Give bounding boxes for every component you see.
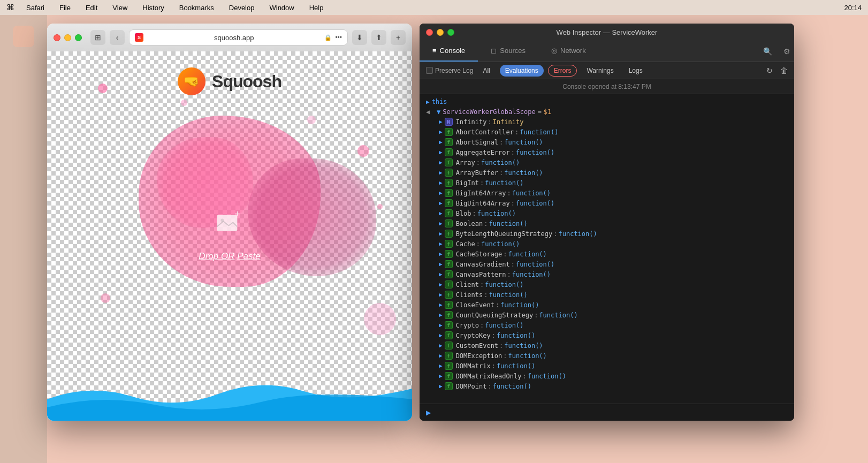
- minimize-button[interactable]: [64, 34, 71, 41]
- prop-array[interactable]: ▶ f Array : function(): [420, 157, 794, 168]
- sidebar-toggle-button[interactable]: ⊞: [90, 30, 105, 45]
- menu-history[interactable]: History: [139, 3, 167, 13]
- back-button[interactable]: ‹: [110, 30, 125, 45]
- maximize-button[interactable]: [75, 34, 82, 41]
- prop-expand-arrow-25[interactable]: ▶: [439, 373, 443, 379]
- prop-expand-arrow-18[interactable]: ▶: [439, 301, 443, 308]
- inspector-close-button[interactable]: [426, 29, 433, 36]
- prop-expand-arrow-10[interactable]: ▶: [439, 220, 443, 227]
- prop-boolean[interactable]: ▶ f Boolean : function(): [420, 218, 794, 229]
- prop-expand-arrow-14[interactable]: ▶: [439, 261, 443, 268]
- menubar: ⌘ Safari File Edit View History Bookmark…: [0, 0, 868, 15]
- prop-expand-arrow-9[interactable]: ▶: [439, 210, 443, 217]
- prop-cachestorage[interactable]: ▶ f CacheStorage : function(): [420, 249, 794, 259]
- inspector-zoom-button[interactable]: [447, 29, 454, 36]
- prop-crypto[interactable]: ▶ f Crypto : function(): [420, 320, 794, 330]
- prop-bigint64array[interactable]: ▶ f BigInt64Array : function(): [420, 188, 794, 198]
- prop-cache[interactable]: ▶ f Cache : function(): [420, 239, 794, 249]
- menu-safari[interactable]: Safari: [23, 3, 48, 13]
- prop-bigint[interactable]: ▶ f BigInt : function(): [420, 178, 794, 188]
- prop-dommatrix[interactable]: ▶ f DOMMatrix : function(): [420, 361, 794, 371]
- settings-button[interactable]: ⚙: [779, 44, 794, 59]
- inspector-minimize-button[interactable]: [437, 29, 444, 36]
- prop-expand-arrow-6[interactable]: ▶: [439, 179, 443, 186]
- filter-warnings-button[interactable]: Warnings: [581, 65, 619, 77]
- console-input-row[interactable]: ▶: [420, 404, 794, 421]
- sw-global-scope-row[interactable]: ◀ ▼ ServiceWorkerGlobalScope = $1: [420, 107, 794, 117]
- prop-expand-arrow-13[interactable]: ▶: [439, 251, 443, 257]
- prop-cryptokey[interactable]: ▶ f CryptoKey : function(): [420, 330, 794, 340]
- prop-aggregateerror[interactable]: ▶ f AggregateError : function(): [420, 147, 794, 157]
- console-input[interactable]: [435, 409, 788, 416]
- prop-expand-arrow-4[interactable]: ▶: [439, 159, 443, 166]
- prop-dommatrixreadonly[interactable]: ▶ f DOMMatrixReadOnly : function(): [420, 371, 794, 381]
- menu-view[interactable]: View: [109, 3, 131, 13]
- prop-abortcontroller[interactable]: ▶ f AbortController : function(): [420, 127, 794, 137]
- prop-expand-arrow-26[interactable]: ▶: [439, 383, 443, 390]
- menu-develop[interactable]: Develop: [226, 3, 258, 13]
- paste-link[interactable]: Paste: [237, 251, 260, 261]
- prop-expand-arrow-7[interactable]: ▶: [439, 189, 443, 196]
- apple-menu[interactable]: ⌘: [6, 3, 14, 12]
- prop-client[interactable]: ▶ f Client : function(): [420, 279, 794, 290]
- prop-dompoint[interactable]: ▶ f DOMPoint : function(): [420, 381, 794, 391]
- preserve-log-toggle[interactable]: Preserve Log: [426, 67, 473, 74]
- prop-abortsignal[interactable]: ▶ f AbortSignal : function(): [420, 137, 794, 147]
- clear-button[interactable]: 🗑: [780, 66, 788, 75]
- prop-expand-arrow-1[interactable]: ▶: [439, 128, 443, 135]
- menu-window[interactable]: Window: [266, 3, 297, 13]
- filter-all-button[interactable]: All: [477, 65, 495, 77]
- prop-infinity[interactable]: ▶ N Infinity : Infinity: [420, 117, 794, 127]
- prop-expand-arrow-19[interactable]: ▶: [439, 312, 443, 318]
- prop-expand-arrow-3[interactable]: ▶: [439, 149, 443, 156]
- download-button[interactable]: ⬇: [352, 30, 367, 45]
- prop-expand-arrow-12[interactable]: ▶: [439, 240, 443, 247]
- prop-canvaspattern[interactable]: ▶ f CanvasPattern : function(): [420, 269, 794, 279]
- prop-domexception[interactable]: ▶ f DOMException : function(): [420, 351, 794, 361]
- prop-clients[interactable]: ▶ f Clients : function(): [420, 290, 794, 300]
- tab-network[interactable]: ◎ Network: [538, 41, 599, 62]
- prop-expand-arrow-23[interactable]: ▶: [439, 352, 443, 359]
- address-bar[interactable]: S squoosh.app 🔒 •••: [129, 29, 348, 45]
- share-button[interactable]: ⬆: [371, 30, 386, 45]
- prop-expand-arrow-11[interactable]: ▶: [439, 230, 443, 237]
- prop-expand-arrow-17[interactable]: ▶: [439, 291, 443, 298]
- dock-item-1[interactable]: [13, 26, 34, 47]
- prop-customevent[interactable]: ▶ f CustomEvent : function(): [420, 340, 794, 351]
- prop-expand-arrow-24[interactable]: ▶: [439, 362, 443, 369]
- menu-bookmarks[interactable]: Bookmarks: [176, 3, 217, 13]
- prop-expand-arrow-5[interactable]: ▶: [439, 169, 443, 176]
- filter-errors-button[interactable]: Errors: [548, 65, 577, 77]
- filter-logs-button[interactable]: Logs: [623, 65, 648, 77]
- prop-expand-arrow-22[interactable]: ▶: [439, 342, 443, 349]
- filter-evaluations-button[interactable]: Evaluations: [500, 65, 544, 77]
- new-tab-button[interactable]: +: [391, 30, 406, 45]
- prop-expand-arrow-15[interactable]: ▶: [439, 271, 443, 278]
- preserve-log-checkbox[interactable]: [426, 67, 433, 74]
- prop-countqueuing[interactable]: ▶ f CountQueuingStrategy : function(): [420, 310, 794, 320]
- prop-blob[interactable]: ▶ f Blob : function(): [420, 208, 794, 218]
- prop-biguint64array[interactable]: ▶ f BigUint64Array : function(): [420, 198, 794, 208]
- sw-expand-arrow[interactable]: ▼: [437, 108, 440, 116]
- prop-expand-arrow-2[interactable]: ▶: [439, 139, 443, 146]
- menu-dots-icon[interactable]: •••: [335, 34, 342, 41]
- prop-closeevent[interactable]: ▶ f CloseEvent : function(): [420, 300, 794, 310]
- menu-file[interactable]: File: [56, 3, 74, 13]
- prop-expand-arrow-0[interactable]: ▶: [439, 118, 443, 125]
- menu-edit[interactable]: Edit: [82, 3, 101, 13]
- tab-console[interactable]: ≡ Console: [420, 41, 478, 62]
- prop-arraybuffer[interactable]: ▶ f ArrayBuffer : function(): [420, 168, 794, 178]
- search-button[interactable]: 🔍: [760, 44, 775, 59]
- console-content[interactable]: ▶ this ◀ ▼ ServiceWorkerGlobalScope = $1…: [420, 94, 794, 404]
- prop-expand-arrow-8[interactable]: ▶: [439, 200, 443, 207]
- prop-expand-arrow-20[interactable]: ▶: [439, 322, 443, 329]
- menu-help[interactable]: Help: [306, 3, 327, 13]
- tab-sources[interactable]: ◻ Sources: [478, 41, 538, 62]
- prop-expand-arrow-16[interactable]: ▶: [439, 281, 443, 288]
- prop-expand-arrow-21[interactable]: ▶: [439, 332, 443, 339]
- upload-area[interactable]: + Drop OR Paste: [199, 211, 260, 262]
- refresh-button[interactable]: ↻: [766, 66, 773, 75]
- prop-canvasgradient[interactable]: ▶ f CanvasGradient : function(): [420, 259, 794, 269]
- close-button[interactable]: [54, 34, 60, 41]
- prop-bytelengthqueuing[interactable]: ▶ f ByteLengthQueuingStrategy : function…: [420, 229, 794, 239]
